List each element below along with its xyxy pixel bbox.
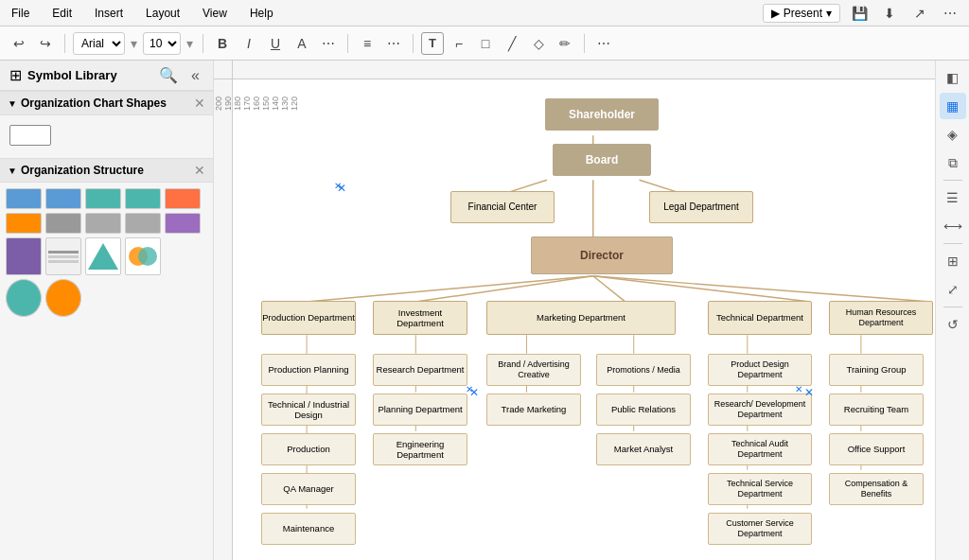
template-2[interactable]	[45, 188, 81, 209]
connect-button[interactable]: ⌐	[448, 32, 470, 55]
template-15[interactable]	[6, 279, 42, 317]
node-hr-dept[interactable]: Human Resources Department	[829, 301, 933, 335]
template-8[interactable]	[85, 213, 121, 234]
share-icon-btn[interactable]: ↗	[908, 2, 931, 25]
node-customer-service[interactable]: Customer Service Department	[708, 513, 812, 545]
template-14[interactable]	[125, 237, 161, 275]
underline-button[interactable]: U	[264, 32, 287, 55]
template-9[interactable]	[125, 213, 161, 234]
close-section-1-button[interactable]: ✕	[194, 96, 205, 111]
node-maintenance[interactable]: Maintenance	[261, 513, 356, 545]
menu-help[interactable]: Help	[246, 5, 277, 22]
overflow-button[interactable]: ⋯	[592, 32, 615, 55]
canvas[interactable]: ✕ ✕ ✕ ✕ Shareholder Board Financial Cent…	[233, 79, 935, 560]
node-production-dept[interactable]: Production Department	[261, 301, 356, 335]
more-text-button[interactable]: ⋯	[317, 32, 340, 55]
font-family-select[interactable]: Arial	[73, 32, 125, 55]
node-shareholder[interactable]: Shareholder	[545, 98, 659, 131]
template-10[interactable]	[165, 213, 201, 234]
pen-button[interactable]: ✏	[554, 32, 576, 55]
template-12[interactable]	[45, 237, 81, 275]
arrange-panel-button[interactable]: ⊞	[940, 248, 966, 274]
more-align-button[interactable]: ⋯	[382, 32, 405, 55]
collapse-sidebar-button[interactable]: «	[187, 67, 203, 84]
connections-panel-button[interactable]: ⟷	[940, 213, 966, 239]
node-market-analyst[interactable]: Market Analyst	[596, 433, 691, 465]
template-5[interactable]	[165, 188, 201, 209]
node-trade-marketing[interactable]: Trade Marketing	[486, 394, 581, 426]
menu-edit[interactable]: Edit	[48, 5, 76, 22]
shape-rect-item[interactable]	[9, 125, 51, 146]
node-marketing-dept[interactable]: Marketing Department	[486, 301, 676, 335]
node-recruiting[interactable]: Recruiting Team	[829, 394, 924, 426]
node-brand-adv[interactable]: Brand / Advertising Creative	[486, 354, 581, 386]
node-technical-dept[interactable]: Technical Department	[708, 301, 812, 335]
template-7[interactable]	[45, 213, 81, 234]
node-prod-planning[interactable]: Production Planning	[261, 354, 356, 386]
template-4[interactable]	[125, 188, 161, 209]
menu-view[interactable]: View	[199, 5, 231, 22]
canvas-scroll[interactable]: const rulerMarks = [30,60,90,120,150,180…	[214, 61, 935, 560]
font-color-button[interactable]: A	[291, 32, 313, 55]
node-investment-dept[interactable]: Investment Department	[373, 301, 467, 335]
close-section-2-button[interactable]: ✕	[194, 163, 205, 178]
template-1[interactable]	[6, 188, 42, 209]
menu-insert[interactable]: Insert	[91, 5, 127, 22]
svg-line-7	[307, 276, 593, 302]
right-panel-separator-3	[943, 306, 962, 307]
node-production[interactable]: Production	[261, 433, 356, 465]
present-button[interactable]: ▶ Present ▾	[763, 4, 840, 23]
text-box-button[interactable]: T	[421, 32, 444, 55]
search-button[interactable]: 🔍	[155, 66, 182, 84]
bold-button[interactable]: B	[211, 32, 234, 55]
line-button[interactable]: ╱	[501, 32, 523, 55]
node-research-dept[interactable]: Research Department	[373, 354, 467, 386]
menu-file[interactable]: File	[8, 5, 33, 22]
node-financial[interactable]: Financial Center	[450, 191, 555, 223]
shape-button[interactable]: □	[474, 32, 497, 55]
template-11[interactable]	[6, 237, 42, 275]
undo-button[interactable]: ↩	[8, 32, 30, 55]
node-product-design[interactable]: Product Design Department	[708, 354, 812, 386]
svg-line-10	[593, 276, 810, 302]
node-research-dev[interactable]: Research/ Development Department	[708, 394, 812, 426]
collapse-icon-2: ▼	[8, 166, 17, 176]
resize-panel-button[interactable]: ⤢	[940, 276, 966, 303]
node-engineering-dept[interactable]: Engineering Department	[373, 433, 467, 465]
download-icon-btn[interactable]: ⬇	[878, 2, 901, 25]
format-panel-button[interactable]: ◧	[940, 64, 966, 91]
node-training-group[interactable]: Training Group	[829, 354, 924, 386]
fill-button[interactable]: ◇	[527, 32, 550, 55]
shapes-panel-button[interactable]: ▦	[940, 93, 966, 119]
node-board[interactable]: Board	[553, 144, 651, 176]
more-icon-btn[interactable]: ⋯	[939, 2, 961, 25]
redo-button[interactable]: ↪	[34, 32, 57, 55]
node-qa-manager[interactable]: QA Manager	[261, 473, 356, 505]
svg-text:✕: ✕	[334, 181, 342, 191]
node-tech-industrial[interactable]: Technical / Industrial Design	[261, 394, 356, 426]
node-public-relations[interactable]: Public Relations	[596, 394, 691, 426]
selection-cross-top: ✕	[337, 182, 346, 195]
node-legal[interactable]: Legal Department	[649, 191, 753, 223]
node-promotions[interactable]: Promotions / Media	[596, 354, 691, 386]
font-size-select[interactable]: 10	[143, 32, 181, 55]
node-director[interactable]: Director	[531, 236, 673, 274]
template-16[interactable]	[45, 279, 81, 317]
history-panel-button[interactable]: ↺	[940, 311, 966, 338]
node-tech-service[interactable]: Technical Service Department	[708, 473, 812, 505]
layers-panel-button[interactable]: ◈	[940, 121, 966, 148]
play-icon: ▶	[771, 7, 780, 20]
template-6[interactable]	[6, 213, 42, 234]
template-3[interactable]	[85, 188, 121, 209]
node-planning-dept[interactable]: Planning Department	[373, 394, 467, 426]
italic-button[interactable]: I	[238, 32, 260, 55]
template-13[interactable]	[85, 237, 121, 275]
node-office-support[interactable]: Office Support	[829, 433, 924, 465]
menu-layout[interactable]: Layout	[142, 5, 184, 22]
notes-panel-button[interactable]: ☰	[940, 184, 966, 211]
save-icon-btn[interactable]: 💾	[848, 2, 871, 25]
align-button[interactable]: ≡	[356, 32, 379, 55]
pages-panel-button[interactable]: ⧉	[940, 149, 966, 176]
node-tech-audit[interactable]: Technical Audit Department	[708, 433, 812, 465]
node-compensation[interactable]: Compensation & Benefits	[829, 473, 924, 505]
